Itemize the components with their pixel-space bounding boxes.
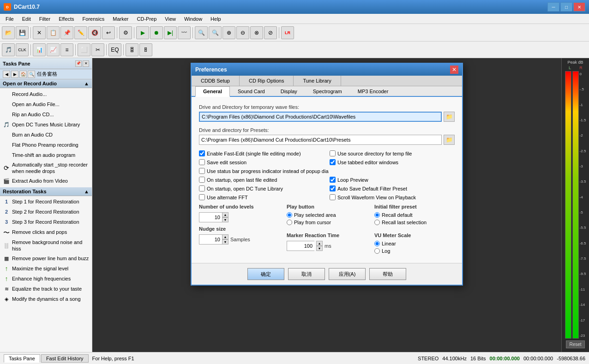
task-step1[interactable]: 1 Step 1 for Record Restoration — [0, 197, 92, 207]
btn-help[interactable]: 帮助 — [369, 268, 406, 280]
marker-reaction-input[interactable] — [287, 241, 314, 251]
close-app-button[interactable]: ✕ — [573, 2, 585, 12]
task-step3[interactable]: 3 Step 3 for Record Restoration — [0, 217, 92, 227]
toolbar2-btn1[interactable]: 🎵 — [2, 43, 15, 56]
task-equalize[interactable]: ≋ Equalize the track to your taste — [0, 284, 92, 294]
cb-status-progress-input[interactable] — [199, 168, 205, 174]
task-open-audio[interactable]: Open an Audio File... — [0, 99, 92, 109]
toolbar2-btn10[interactable]: 🎚 — [139, 43, 152, 56]
nudge-spin-up[interactable]: ▲ — [222, 234, 228, 239]
dialog-close-button[interactable]: ✕ — [450, 66, 458, 74]
restoration-section-header[interactable]: Restoration Tasks ▲ — [0, 187, 92, 196]
tab-tune[interactable]: Tune Library — [294, 76, 341, 86]
nudge-spin-down[interactable]: ▼ — [222, 239, 228, 245]
copy-btn[interactable]: 📋 — [47, 26, 60, 39]
task-enhance[interactable]: ↑ Enhance high frequencies — [0, 274, 92, 284]
menu-filter[interactable]: Filter — [36, 15, 54, 23]
undo-spin-down[interactable]: ▼ — [222, 217, 228, 222]
task-step2[interactable]: 2 Step 2 for Record Restoration — [0, 207, 92, 217]
undo-spin-up[interactable]: ▲ — [222, 212, 228, 217]
nav-fwd-btn[interactable]: ▶ — [11, 71, 18, 78]
task-phono[interactable]: Flat Phono Preamp recording — [0, 140, 92, 150]
toolbar2-btn4[interactable]: 📈 — [47, 43, 60, 56]
vu-reset-button[interactable]: Reset — [566, 340, 584, 348]
tab-cddb[interactable]: CDDB Setup — [192, 76, 240, 86]
menu-edit[interactable]: Edit — [18, 15, 35, 23]
zoom3-btn[interactable]: ⊕ — [222, 26, 235, 39]
play-btn[interactable]: ▶ — [136, 26, 149, 39]
bottom-tab-history[interactable]: Fast Edit History — [41, 354, 89, 363]
wave-dir-browse[interactable]: 📁 — [444, 112, 455, 122]
cb-auto-save-input[interactable] — [330, 185, 336, 191]
zoom4-btn[interactable]: ⊖ — [236, 26, 249, 39]
subtab-mp3[interactable]: MP3 Encoder — [350, 86, 397, 97]
cb-save-session-input[interactable] — [199, 159, 205, 165]
btn-cancel[interactable]: 取消 — [288, 268, 325, 280]
task-noise[interactable]: ░ Remove background noise and hiss — [0, 238, 92, 254]
paste-btn[interactable]: 📌 — [60, 26, 73, 39]
toolbar2-btn5[interactable]: ≡ — [60, 43, 73, 56]
task-record-audio[interactable]: Record Audio... — [0, 89, 92, 99]
cb-fast-edit-input[interactable] — [199, 150, 205, 156]
tab-cdrip[interactable]: CD Rip Options — [240, 76, 294, 86]
toolbar2-btn3[interactable]: 📊 — [33, 43, 46, 56]
cb-source-dir-input[interactable] — [330, 150, 336, 156]
nav-back-btn[interactable]: ◀ — [3, 71, 10, 78]
maximize-button[interactable]: □ — [560, 2, 572, 12]
nudge-size-input[interactable] — [199, 234, 222, 245]
cb-alt-fft-input[interactable] — [199, 194, 205, 200]
pane-pin-btn[interactable]: 📌 — [75, 60, 82, 67]
menu-view[interactable]: View — [161, 15, 180, 23]
task-clicks[interactable]: 〜 Remove clicks and pops — [0, 227, 92, 238]
task-dynamics[interactable]: ◈ Modify the dynamics of a song — [0, 294, 92, 304]
toolbar2-btn8[interactable]: EQ — [108, 43, 121, 56]
radio-recall-default-input[interactable] — [374, 212, 380, 218]
save-btn[interactable]: 💾 — [16, 26, 29, 39]
minimize-button[interactable]: ─ — [547, 2, 559, 12]
play2-btn[interactable]: ▶| — [164, 26, 177, 39]
zoom5-btn[interactable]: ⊗ — [250, 26, 263, 39]
pencil-btn[interactable]: ✏️ — [74, 26, 87, 39]
wave-dir-input[interactable] — [199, 112, 442, 122]
task-auto-record[interactable]: ⟳ Automatically start _stop recorder whe… — [0, 160, 92, 176]
zoom-out-btn[interactable]: 🔍 — [209, 26, 222, 39]
mute-btn[interactable]: 🔇 — [88, 26, 101, 39]
lr-btn[interactable]: LR — [281, 26, 294, 39]
presets-dir-input[interactable] — [199, 135, 442, 145]
subtab-display[interactable]: Display — [273, 86, 305, 97]
menu-file[interactable]: File — [2, 15, 18, 23]
cb-open-last-input[interactable] — [199, 177, 205, 183]
task-maximize[interactable]: ↑ Maximize the signal level — [0, 263, 92, 274]
undo-levels-input[interactable] — [199, 212, 222, 222]
zoom6-btn[interactable]: ⊘ — [264, 26, 277, 39]
menu-forensics[interactable]: Forensics — [79, 15, 108, 23]
nav-home-btn[interactable]: 🏠 — [19, 71, 27, 78]
task-extract-video[interactable]: 🎬 Extract Audio from Video — [0, 176, 92, 186]
cb-open-tune-input[interactable] — [199, 185, 205, 191]
menu-help[interactable]: Help — [207, 15, 225, 23]
open-record-section-header[interactable]: Open or Record Audio ▲ — [0, 79, 92, 88]
radio-recall-last-input[interactable] — [374, 220, 380, 225]
marker-spin-down[interactable]: ▼ — [316, 246, 323, 251]
undo-btn[interactable]: ↩ — [102, 26, 115, 39]
presets-dir-browse[interactable]: 📁 — [444, 135, 455, 145]
nav-search-btn[interactable]: 🔍 — [28, 71, 35, 78]
record-btn[interactable]: ⏺ — [150, 26, 163, 39]
menu-marker[interactable]: Marker — [109, 15, 132, 23]
wave-btn[interactable]: 〰 — [178, 26, 191, 39]
pane-close-btn[interactable]: ✕ — [83, 60, 89, 67]
subtab-soundcard[interactable]: Sound Card — [230, 86, 273, 97]
task-hum[interactable]: ▦ Remove power line hum and buzz — [0, 253, 92, 263]
menu-window[interactable]: Window — [180, 15, 206, 23]
menu-cdprep[interactable]: CD-Prep — [133, 15, 161, 23]
toolbar2-btn2[interactable]: CLK — [16, 43, 29, 56]
cb-tabbed-input[interactable] — [330, 159, 336, 165]
toolbar2-btn9[interactable]: 🎛 — [126, 43, 138, 56]
task-open-dc[interactable]: 🎵 Open DC Tunes Music Library — [0, 119, 92, 130]
radio-play-selected-input[interactable] — [287, 212, 292, 218]
open-btn[interactable]: 📂 — [2, 26, 15, 39]
btn-apply[interactable]: 应用(A) — [329, 268, 366, 280]
toolbar2-btn7[interactable]: ✂ — [91, 43, 104, 56]
radio-play-cursor-input[interactable] — [287, 220, 292, 225]
btn-ok[interactable]: 确定 — [247, 268, 284, 280]
